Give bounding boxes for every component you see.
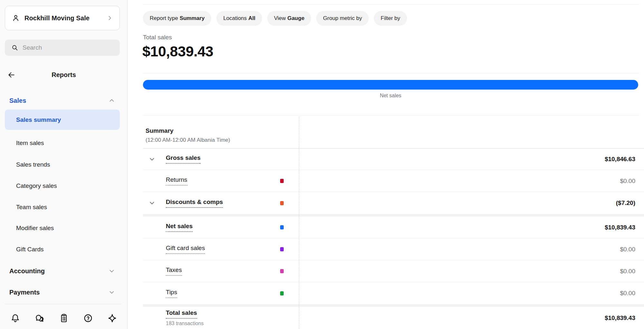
chip-prefix: View xyxy=(274,15,286,21)
sidebar-item-item-sales[interactable]: Item sales xyxy=(5,135,120,151)
chip-group-metric-by[interactable]: Group metric by xyxy=(316,11,369,26)
report-content: Report typeSummary LocationsAll ViewGaug… xyxy=(128,0,644,329)
help-icon[interactable] xyxy=(83,313,93,323)
sidebar-item-label: Item sales xyxy=(16,140,44,147)
search-box[interactable] xyxy=(5,40,120,56)
table-row-gift-card-sales: Gift card sales $0.00 xyxy=(143,238,644,260)
discounts-color-swatch xyxy=(280,201,284,205)
sidebar-item-label: Team sales xyxy=(16,204,47,211)
row-label: Gross sales xyxy=(166,154,201,164)
chip-value: All xyxy=(248,15,255,21)
table-column-dashed-divider xyxy=(299,117,299,329)
panel-title: Reports xyxy=(0,71,128,79)
sidebar-item-label: Gift Cards xyxy=(16,246,44,253)
row-label: Taxes xyxy=(166,266,182,276)
chip-value: Gauge xyxy=(287,15,304,21)
table-row-net-sales: Net sales $10,839.43 xyxy=(143,217,644,238)
transaction-count: 183 transactions xyxy=(166,321,204,326)
table-row-gross-sales: Gross sales $10,846.63 xyxy=(143,148,644,170)
section-band-divider xyxy=(143,304,644,307)
person-icon xyxy=(12,14,20,22)
sidebar-item-sales-trends[interactable]: Sales trends xyxy=(5,157,120,172)
assistant-sparkle-icon[interactable] xyxy=(107,313,117,323)
sidebar-group-accounting-label: Accounting xyxy=(9,267,45,275)
messages-chat-icon[interactable] xyxy=(34,313,44,323)
table-row-returns: Returns $0.00 xyxy=(143,170,644,192)
filter-chip-bar: Report typeSummary LocationsAll ViewGaug… xyxy=(143,11,407,26)
sidebar-footer-divider xyxy=(5,304,121,304)
section-band-divider xyxy=(143,214,644,217)
account-switcher-button[interactable]: Rockhill Moving Sale xyxy=(5,6,120,30)
row-value: $10,846.63 xyxy=(605,156,635,163)
row-label: Discounts & comps xyxy=(166,198,223,208)
sidebar-item-category-sales[interactable]: Category sales xyxy=(5,178,120,194)
sales-summary-page: Rockhill Moving Sale Reports Sales Sale xyxy=(0,0,644,329)
summary-subtitle: (12:00 AM-12:00 AM Albania Time) xyxy=(146,137,230,143)
chevron-right-icon xyxy=(107,15,113,21)
sidebar-group-payments-label: Payments xyxy=(9,289,40,296)
table-row-total-sales: Total sales 183 transactions $10,839.43 xyxy=(143,307,644,329)
header-rule xyxy=(143,4,639,5)
chip-prefix: Group metric by xyxy=(323,15,362,21)
expand-chevron-icon[interactable] xyxy=(148,199,156,207)
account-name: Rockhill Moving Sale xyxy=(24,15,90,22)
row-value: $0.00 xyxy=(620,246,635,253)
sidebar-group-accounting[interactable]: Accounting xyxy=(5,263,120,279)
taxes-color-swatch xyxy=(280,269,284,273)
table-row-discounts-comps: Discounts & comps ($7.20) xyxy=(143,192,644,214)
row-label: Net sales xyxy=(166,223,193,232)
sidebar-item-team-sales[interactable]: Team sales xyxy=(5,199,120,215)
sidebar-item-sales-summary[interactable]: Sales summary xyxy=(5,110,120,130)
tips-color-swatch xyxy=(280,291,284,295)
row-value: $0.00 xyxy=(620,290,635,297)
total-sales-metric-label: Total sales xyxy=(143,34,172,41)
chevron-up-icon xyxy=(108,97,115,104)
chip-filter-by[interactable]: Filter by xyxy=(374,11,407,26)
row-value: $0.00 xyxy=(620,178,635,185)
sidebar: Rockhill Moving Sale Reports Sales Sale xyxy=(0,0,128,329)
row-label: Tips xyxy=(166,289,177,298)
net-sales-gauge-label: Net sales xyxy=(143,93,638,99)
section-rule xyxy=(143,73,639,73)
summary-title: Summary xyxy=(146,127,174,134)
chevron-down-icon xyxy=(108,289,115,296)
sidebar-footer-icons xyxy=(0,310,128,326)
chip-report-type[interactable]: Report typeSummary xyxy=(143,11,211,26)
sidebar-item-label: Sales trends xyxy=(16,161,50,168)
gift-card-color-swatch xyxy=(280,247,284,251)
sidebar-group-sales[interactable]: Sales xyxy=(5,93,120,108)
chip-prefix: Report type xyxy=(150,15,178,21)
table-row-taxes: Taxes $0.00 xyxy=(143,260,644,282)
orders-clipboard-icon[interactable] xyxy=(59,313,69,323)
chip-prefix: Locations xyxy=(223,15,247,21)
row-label: Gift card sales xyxy=(166,245,205,254)
sidebar-group-sales-label: Sales xyxy=(9,97,26,104)
sidebar-item-label: Category sales xyxy=(16,182,57,189)
chip-locations[interactable]: LocationsAll xyxy=(216,11,262,26)
sidebar-item-label: Sales summary xyxy=(16,116,61,123)
row-value: ($7.20) xyxy=(616,199,635,207)
expand-chevron-icon[interactable] xyxy=(148,155,156,163)
notifications-bell-icon[interactable] xyxy=(10,313,20,323)
row-value: $10,839.43 xyxy=(605,314,635,322)
search-icon xyxy=(11,44,18,51)
net-sales-gauge-bar[interactable] xyxy=(143,80,638,90)
row-value: $10,839.43 xyxy=(605,224,635,231)
total-sales-row-label[interactable]: Total sales xyxy=(166,309,197,319)
search-input[interactable] xyxy=(23,44,106,51)
section-rule xyxy=(143,115,639,116)
reports-header: Reports xyxy=(0,71,128,80)
chip-value: Summary xyxy=(180,15,204,21)
chip-prefix: Filter by xyxy=(381,15,400,21)
table-row-tips: Tips $0.00 xyxy=(143,282,644,304)
chip-view[interactable]: ViewGauge xyxy=(267,11,311,26)
net-sales-color-swatch xyxy=(280,225,284,229)
chevron-down-icon xyxy=(108,267,115,275)
sidebar-item-gift-cards[interactable]: Gift Cards xyxy=(5,242,120,257)
row-label: Returns xyxy=(166,176,187,186)
row-value: $0.00 xyxy=(620,268,635,275)
sidebar-group-payments[interactable]: Payments xyxy=(5,285,120,300)
returns-color-swatch xyxy=(280,179,284,183)
total-sales-metric-value: $10,839.43 xyxy=(142,43,213,60)
sidebar-item-modifier-sales[interactable]: Modifier sales xyxy=(5,220,120,236)
